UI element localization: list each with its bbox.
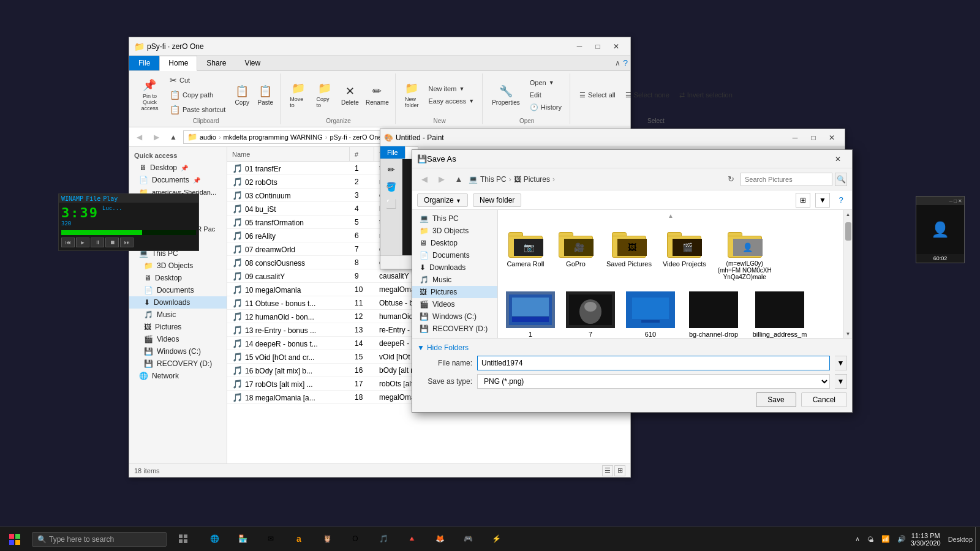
history-button[interactable]: 🕐 History: [526, 102, 566, 113]
winamp-play-btn[interactable]: ▶: [76, 238, 89, 247]
dlg-forward-btn[interactable]: ▶: [434, 172, 449, 187]
taskbar-app-mail[interactable]: ✉: [257, 527, 284, 552]
sidebar-item-recovery-d[interactable]: 💾 RECOVERY (D:): [129, 358, 227, 370]
dlg-refresh-btn[interactable]: ↻: [723, 172, 738, 187]
select-none-button[interactable]: ☰ Select none: [621, 89, 674, 101]
delete-button[interactable]: ✕ Delete: [338, 83, 362, 108]
paint-minimize-btn[interactable]: ─: [786, 129, 804, 146]
dlg-item-bg-channel[interactable]: bg-channel-drop down: [683, 288, 744, 338]
winamp-volume-fill[interactable]: [61, 230, 142, 235]
view-dropdown-btn[interactable]: ▼: [815, 193, 830, 208]
taskbar-app-winamp[interactable]: 🎵: [370, 527, 397, 552]
dialog-help-btn[interactable]: ?: [835, 194, 847, 206]
copy-to-button[interactable]: 📁 Copy to: [312, 80, 337, 110]
dlg-item-610[interactable]: 610: [623, 288, 678, 338]
ribbon-collapse-btn[interactable]: ∧: [615, 59, 620, 67]
sidebar-item-documents[interactable]: 📄 Documents 📌: [129, 174, 227, 186]
move-to-button[interactable]: 📁 Move to: [285, 80, 311, 110]
organize-btn[interactable]: Organize ▼: [417, 193, 468, 207]
new-folder-button[interactable]: 📁 New folder: [401, 80, 423, 110]
hide-folders-btn[interactable]: ▼ Hide Folders: [417, 343, 847, 352]
tray-network[interactable]: 📶: [879, 535, 892, 543]
paint-close-btn[interactable]: ✕: [823, 129, 841, 146]
dlg-item-camera-roll[interactable]: 📷 Camera Roll: [503, 224, 548, 283]
forward-button[interactable]: ▶: [149, 130, 164, 144]
sidebar-item-network[interactable]: 🌐 Network: [129, 370, 227, 382]
close-button[interactable]: ✕: [607, 38, 625, 55]
tab-file[interactable]: File: [129, 56, 159, 70]
paste-shortcut-button[interactable]: 📋 Paste shortcut: [165, 103, 230, 116]
tab-view[interactable]: View: [235, 56, 270, 70]
savetype-dropdown-btn[interactable]: ▼: [835, 374, 847, 389]
dlg-sidebar-desktop[interactable]: 🖥 Desktop: [412, 237, 497, 249]
winamp-file-menu[interactable]: File: [86, 195, 100, 202]
paste-button[interactable]: 📋 Paste: [254, 83, 276, 108]
cancel-button[interactable]: Cancel: [801, 392, 847, 407]
paint-tab-file[interactable]: File: [380, 146, 405, 159]
large-icons-view-button[interactable]: ⊞: [614, 465, 625, 476]
dlg-sidebar-thispc[interactable]: 💻 This PC: [412, 212, 497, 225]
new-item-button[interactable]: New item ▼: [424, 83, 479, 94]
video-close-btn[interactable]: ✕: [957, 198, 963, 204]
filename-dropdown-btn[interactable]: ▼: [835, 356, 847, 370]
dlg-sidebar-music[interactable]: 🎵 Music: [412, 274, 497, 286]
dlg-sidebar-downloads[interactable]: ⬇ Downloads: [412, 261, 497, 274]
back-button[interactable]: ◀: [132, 130, 146, 144]
view-btn[interactable]: ⊞: [796, 193, 810, 208]
savetype-select[interactable]: PNG (*.png): [477, 374, 830, 389]
taskbar-app-vlc[interactable]: 🔺: [398, 527, 425, 552]
col-header-name[interactable]: Name: [227, 147, 350, 161]
video-minimize-btn[interactable]: ─: [948, 198, 953, 204]
dlg-sidebar-documents[interactable]: 📄 Documents: [412, 249, 497, 261]
tray-overflow[interactable]: ∧: [853, 535, 862, 543]
edit-button[interactable]: Edit: [526, 89, 566, 100]
pin-button[interactable]: 📌 Pin to Quick access: [135, 77, 164, 113]
minimize-button[interactable]: ─: [570, 38, 589, 55]
dialog-close-btn[interactable]: ✕: [829, 151, 847, 168]
taskbar-app-dev[interactable]: ⚡: [483, 527, 510, 552]
details-view-button[interactable]: ☰: [602, 465, 613, 476]
taskbar-app-store[interactable]: 🏪: [229, 527, 256, 552]
sidebar-item-desktop[interactable]: 🖥 Desktop 📌: [129, 162, 227, 174]
taskbar-clock[interactable]: 11:13 PM 3/30/2020: [911, 532, 941, 547]
tray-desktop-label[interactable]: Desktop: [946, 536, 975, 543]
sidebar-item-videos[interactable]: 🎬 Videos: [129, 333, 227, 345]
col-header-num[interactable]: #: [350, 147, 374, 161]
dlg-back-btn[interactable]: ◀: [417, 172, 432, 187]
taskbar-app-tripadvisor[interactable]: 🦉: [314, 527, 341, 552]
dlg-search-input[interactable]: [741, 173, 832, 186]
save-button[interactable]: Save: [756, 392, 796, 407]
open-button[interactable]: Open ▼: [526, 77, 566, 88]
dlg-sidebar-recovery-d[interactable]: 💾 RECOVERY (D:): [412, 323, 497, 335]
sidebar-item-desktop2[interactable]: 🖥 Desktop: [129, 272, 227, 284]
video-maximize-btn[interactable]: □: [953, 198, 957, 204]
sidebar-item-windows-c[interactable]: 💾 Windows (C:): [129, 345, 227, 358]
taskview-btn[interactable]: [172, 527, 196, 552]
scroll-thumb[interactable]: [845, 222, 851, 241]
dlg-item-1[interactable]: 1: [503, 288, 558, 338]
taskbar-app-opera[interactable]: O: [342, 527, 369, 552]
copy-path-button[interactable]: 📋 Copy path: [165, 88, 230, 102]
dlg-sidebar-windows-c[interactable]: 💾 Windows (C:): [412, 310, 497, 323]
scroll-down-btn[interactable]: ▼: [844, 329, 853, 338]
invert-selection-button[interactable]: ⇄ Invert selection: [675, 89, 737, 101]
tray-weather[interactable]: 🌤: [865, 536, 876, 543]
dlg-up-btn[interactable]: ▲: [451, 172, 466, 187]
dlg-item-video-projects[interactable]: 🎬 Video Projects: [660, 224, 709, 283]
cut-button[interactable]: ✂ Cut: [165, 73, 230, 87]
tab-home[interactable]: Home: [159, 56, 197, 71]
show-desktop-btn[interactable]: [975, 527, 980, 552]
sidebar-item-documents2[interactable]: 📄 Documents: [129, 284, 227, 296]
sidebar-item-music[interactable]: 🎵 Music: [129, 309, 227, 321]
winamp-prev-btn[interactable]: ⏮: [61, 238, 75, 247]
taskbar-search-box[interactable]: 🔍 Type here to search: [32, 532, 167, 547]
properties-button[interactable]: 🔧 Properties: [488, 83, 524, 108]
winamp-pause-btn[interactable]: ⏸: [91, 238, 104, 247]
taskbar-app-edge[interactable]: 🌐: [201, 527, 228, 552]
dlg-item-7[interactable]: 7: [563, 288, 618, 338]
dlg-sidebar-videos[interactable]: 🎬 Videos: [412, 298, 497, 310]
winamp-next-btn[interactable]: ⏭: [120, 238, 134, 247]
copy-button[interactable]: 📋 Copy: [231, 83, 253, 108]
scroll-up-btn[interactable]: ▲: [844, 210, 853, 219]
dlg-item-gopro[interactable]: 🎥 GoPro: [553, 224, 598, 283]
